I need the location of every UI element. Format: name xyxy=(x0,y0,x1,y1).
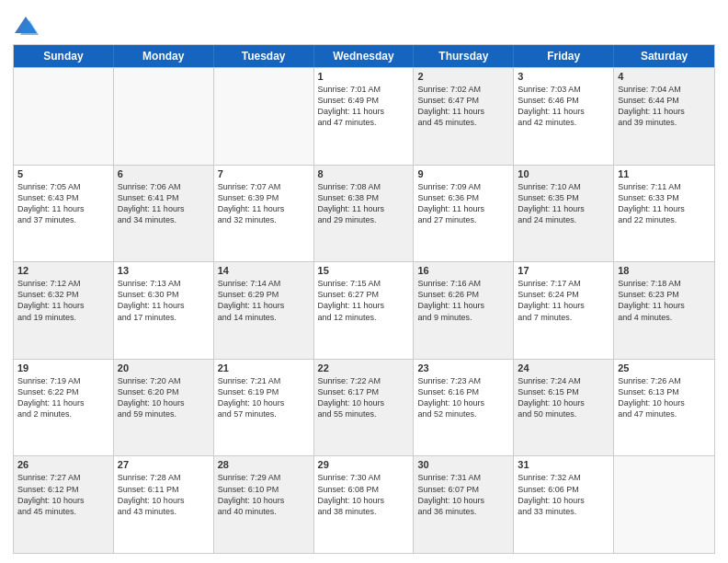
calendar-cell: 14Sunrise: 7:14 AMSunset: 6:29 PMDayligh… xyxy=(214,262,314,359)
calendar-cell: 4Sunrise: 7:04 AMSunset: 6:44 PMDaylight… xyxy=(614,68,714,165)
calendar-cell: 25Sunrise: 7:26 AMSunset: 6:13 PMDayligh… xyxy=(614,360,714,456)
header xyxy=(13,9,715,39)
cell-info: Sunrise: 7:14 AMSunset: 6:29 PMDaylight:… xyxy=(218,278,310,323)
cell-info: Sunrise: 7:31 AMSunset: 6:07 PMDaylight:… xyxy=(417,472,509,517)
calendar-cell: 10Sunrise: 7:10 AMSunset: 6:35 PMDayligh… xyxy=(514,166,614,262)
day-number: 10 xyxy=(518,168,609,179)
page: SundayMondayTuesdayWednesdayThursdayFrid… xyxy=(0,0,728,563)
day-number: 16 xyxy=(417,265,509,276)
day-number: 3 xyxy=(518,71,609,82)
day-number: 5 xyxy=(17,168,109,179)
calendar-cell: 21Sunrise: 7:21 AMSunset: 6:19 PMDayligh… xyxy=(214,360,314,456)
cell-info: Sunrise: 7:18 AMSunset: 6:23 PMDaylight:… xyxy=(618,278,711,323)
cell-info: Sunrise: 7:09 AMSunset: 6:36 PMDaylight:… xyxy=(417,181,509,226)
day-number: 22 xyxy=(318,362,410,373)
calendar-cell: 20Sunrise: 7:20 AMSunset: 6:20 PMDayligh… xyxy=(114,360,214,456)
calendar-cell: 23Sunrise: 7:23 AMSunset: 6:16 PMDayligh… xyxy=(414,360,514,456)
day-number: 4 xyxy=(618,71,711,82)
header-day-sunday: Sunday xyxy=(14,45,114,67)
calendar-cell: 8Sunrise: 7:08 AMSunset: 6:38 PMDaylight… xyxy=(314,166,415,262)
calendar-cell: 31Sunrise: 7:32 AMSunset: 6:06 PMDayligh… xyxy=(514,456,614,553)
day-number: 24 xyxy=(518,362,609,373)
day-number: 7 xyxy=(218,168,310,179)
calendar-cell: 9Sunrise: 7:09 AMSunset: 6:36 PMDaylight… xyxy=(414,166,514,262)
calendar-cell: 12Sunrise: 7:12 AMSunset: 6:32 PMDayligh… xyxy=(14,262,114,359)
calendar-cell: 13Sunrise: 7:13 AMSunset: 6:30 PMDayligh… xyxy=(114,262,214,359)
cell-info: Sunrise: 7:27 AMSunset: 6:12 PMDaylight:… xyxy=(17,472,109,517)
cell-info: Sunrise: 7:28 AMSunset: 6:11 PMDaylight:… xyxy=(118,472,210,517)
day-number: 25 xyxy=(618,362,711,373)
cell-info: Sunrise: 7:15 AMSunset: 6:27 PMDaylight:… xyxy=(318,278,410,323)
cell-info: Sunrise: 7:21 AMSunset: 6:19 PMDaylight:… xyxy=(218,375,310,420)
day-number: 6 xyxy=(118,168,210,179)
calendar-cell: 16Sunrise: 7:16 AMSunset: 6:26 PMDayligh… xyxy=(414,262,514,359)
cell-info: Sunrise: 7:03 AMSunset: 6:46 PMDaylight:… xyxy=(518,84,609,129)
calendar-cell: 22Sunrise: 7:22 AMSunset: 6:17 PMDayligh… xyxy=(314,360,415,456)
calendar-cell: 18Sunrise: 7:18 AMSunset: 6:23 PMDayligh… xyxy=(614,262,714,359)
day-number: 31 xyxy=(518,459,609,470)
day-number: 21 xyxy=(218,362,310,373)
cell-info: Sunrise: 7:04 AMSunset: 6:44 PMDaylight:… xyxy=(618,84,711,129)
day-number: 15 xyxy=(318,265,410,276)
day-number: 2 xyxy=(417,71,509,82)
calendar-cell xyxy=(114,68,214,165)
calendar-cell xyxy=(14,68,114,165)
header-day-friday: Friday xyxy=(514,45,614,67)
calendar-cell: 24Sunrise: 7:24 AMSunset: 6:15 PMDayligh… xyxy=(514,360,614,456)
cell-info: Sunrise: 7:11 AMSunset: 6:33 PMDaylight:… xyxy=(618,181,711,226)
calendar-cell: 17Sunrise: 7:17 AMSunset: 6:24 PMDayligh… xyxy=(514,262,614,359)
cell-info: Sunrise: 7:19 AMSunset: 6:22 PMDaylight:… xyxy=(17,375,109,420)
cell-info: Sunrise: 7:16 AMSunset: 6:26 PMDaylight:… xyxy=(417,278,509,323)
calendar-cell: 15Sunrise: 7:15 AMSunset: 6:27 PMDayligh… xyxy=(314,262,415,359)
calendar-row-0: 1Sunrise: 7:01 AMSunset: 6:49 PMDaylight… xyxy=(14,67,714,165)
day-number: 29 xyxy=(318,459,410,470)
day-number: 9 xyxy=(417,168,509,179)
day-number: 19 xyxy=(17,362,109,373)
logo-icon xyxy=(13,13,39,39)
day-number: 14 xyxy=(218,265,310,276)
calendar-cell: 28Sunrise: 7:29 AMSunset: 6:10 PMDayligh… xyxy=(214,456,314,553)
calendar-cell: 19Sunrise: 7:19 AMSunset: 6:22 PMDayligh… xyxy=(14,360,114,456)
logo xyxy=(13,13,40,39)
calendar-row-1: 5Sunrise: 7:05 AMSunset: 6:43 PMDaylight… xyxy=(14,165,714,262)
calendar-cell: 26Sunrise: 7:27 AMSunset: 6:12 PMDayligh… xyxy=(14,456,114,553)
cell-info: Sunrise: 7:06 AMSunset: 6:41 PMDaylight:… xyxy=(118,181,210,226)
calendar-cell: 29Sunrise: 7:30 AMSunset: 6:08 PMDayligh… xyxy=(314,456,415,553)
day-number: 1 xyxy=(318,71,410,82)
cell-info: Sunrise: 7:22 AMSunset: 6:17 PMDaylight:… xyxy=(318,375,410,420)
cell-info: Sunrise: 7:17 AMSunset: 6:24 PMDaylight:… xyxy=(518,278,609,323)
cell-info: Sunrise: 7:13 AMSunset: 6:30 PMDaylight:… xyxy=(118,278,210,323)
cell-info: Sunrise: 7:23 AMSunset: 6:16 PMDaylight:… xyxy=(417,375,509,420)
cell-info: Sunrise: 7:02 AMSunset: 6:47 PMDaylight:… xyxy=(417,84,509,129)
cell-info: Sunrise: 7:29 AMSunset: 6:10 PMDaylight:… xyxy=(218,472,310,517)
calendar-cell xyxy=(614,456,714,553)
calendar-cell: 7Sunrise: 7:07 AMSunset: 6:39 PMDaylight… xyxy=(214,166,314,262)
calendar: SundayMondayTuesdayWednesdayThursdayFrid… xyxy=(13,44,715,554)
cell-info: Sunrise: 7:12 AMSunset: 6:32 PMDaylight:… xyxy=(17,278,109,323)
cell-info: Sunrise: 7:32 AMSunset: 6:06 PMDaylight:… xyxy=(518,472,609,517)
calendar-cell: 5Sunrise: 7:05 AMSunset: 6:43 PMDaylight… xyxy=(14,166,114,262)
calendar-cell: 27Sunrise: 7:28 AMSunset: 6:11 PMDayligh… xyxy=(114,456,214,553)
calendar-header-row: SundayMondayTuesdayWednesdayThursdayFrid… xyxy=(14,45,714,67)
cell-info: Sunrise: 7:07 AMSunset: 6:39 PMDaylight:… xyxy=(218,181,310,226)
day-number: 12 xyxy=(17,265,109,276)
calendar-cell: 11Sunrise: 7:11 AMSunset: 6:33 PMDayligh… xyxy=(614,166,714,262)
header-day-thursday: Thursday xyxy=(414,45,514,67)
calendar-cell: 3Sunrise: 7:03 AMSunset: 6:46 PMDaylight… xyxy=(514,68,614,165)
day-number: 27 xyxy=(118,459,210,470)
day-number: 13 xyxy=(118,265,210,276)
day-number: 23 xyxy=(417,362,509,373)
day-number: 17 xyxy=(518,265,609,276)
calendar-row-3: 19Sunrise: 7:19 AMSunset: 6:22 PMDayligh… xyxy=(14,359,714,456)
day-number: 26 xyxy=(17,459,109,470)
day-number: 8 xyxy=(318,168,410,179)
cell-info: Sunrise: 7:24 AMSunset: 6:15 PMDaylight:… xyxy=(518,375,609,420)
cell-info: Sunrise: 7:10 AMSunset: 6:35 PMDaylight:… xyxy=(518,181,609,226)
cell-info: Sunrise: 7:01 AMSunset: 6:49 PMDaylight:… xyxy=(318,84,410,129)
header-day-wednesday: Wednesday xyxy=(314,45,415,67)
calendar-cell xyxy=(214,68,314,165)
calendar-row-4: 26Sunrise: 7:27 AMSunset: 6:12 PMDayligh… xyxy=(14,455,714,553)
calendar-body: 1Sunrise: 7:01 AMSunset: 6:49 PMDaylight… xyxy=(14,67,714,553)
cell-info: Sunrise: 7:20 AMSunset: 6:20 PMDaylight:… xyxy=(118,375,210,420)
header-day-tuesday: Tuesday xyxy=(214,45,314,67)
